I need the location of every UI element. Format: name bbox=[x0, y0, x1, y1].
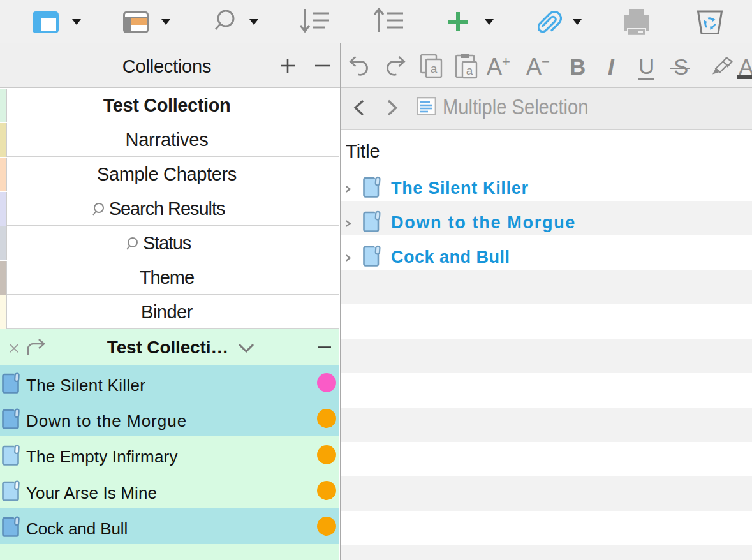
svg-text:a: a bbox=[466, 64, 473, 77]
svg-text:a: a bbox=[431, 62, 438, 75]
